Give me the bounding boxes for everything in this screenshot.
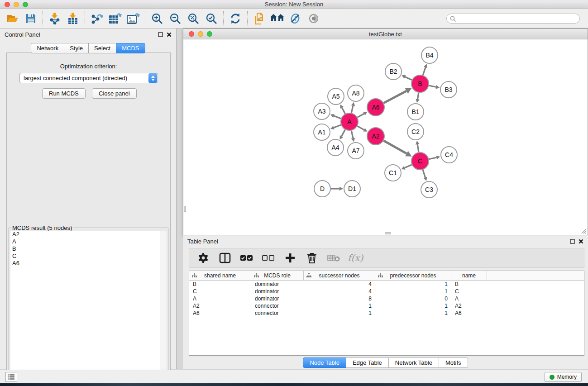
edge-A-A3[interactable] [334, 116, 341, 119]
table-header-row[interactable]: shared nameMCDS rolesuccessor nodesprede… [189, 271, 584, 281]
tab-edge-table[interactable]: Edge Table [346, 357, 389, 368]
result-item[interactable]: B [10, 245, 160, 253]
table-cell[interactable]: A [189, 295, 251, 302]
tab-network[interactable]: Network [31, 43, 64, 53]
canvas-vertical-scroll-thumb[interactable] [184, 206, 186, 212]
open-file-icon[interactable] [4, 11, 22, 26]
maximize-window-icon[interactable] [23, 2, 28, 7]
graph-node-B2[interactable]: B2 [385, 63, 402, 80]
close-panel-icon[interactable] [167, 32, 172, 37]
table-cell[interactable]: A [451, 295, 487, 302]
edge-A-A4[interactable] [342, 130, 345, 137]
graph-node-C2[interactable]: C2 [407, 124, 424, 140]
minimize-network-window-icon[interactable] [198, 31, 203, 37]
network-canvas[interactable]: B4B2BB3B1A5A8A6A3AA1A2C2A4A7C4CC1C3DD1 [183, 39, 588, 235]
toggle-graphics-details-icon[interactable] [287, 11, 305, 26]
network-graph[interactable]: B4B2BB3B1A5A8A6A3AA1A2C2A4A7C4CC1C3DD1 [183, 39, 588, 235]
table-cell[interactable]: 1 [375, 302, 451, 310]
graph-node-C4[interactable]: C4 [441, 147, 457, 163]
search-box[interactable] [446, 14, 580, 24]
edge-A-A2[interactable] [358, 126, 364, 130]
graph-node-C3[interactable]: C3 [421, 181, 437, 198]
edge-B-B4[interactable] [423, 67, 425, 75]
trash-icon[interactable] [304, 250, 320, 266]
clone-network-icon[interactable] [250, 11, 268, 26]
select-all-icon[interactable] [239, 250, 254, 266]
task-history-button[interactable] [5, 372, 17, 382]
edge-A-A8[interactable] [351, 106, 353, 113]
table-row[interactable]: Bdominator41B [189, 281, 584, 288]
resize-grip-icon[interactable] [580, 228, 587, 234]
zoom-fit-icon[interactable] [184, 11, 202, 26]
export-image-icon[interactable] [124, 11, 142, 26]
graph-node-C[interactable]: C [411, 152, 429, 170]
export-table-icon[interactable] [106, 11, 124, 26]
graph-node-D[interactable]: D [314, 181, 330, 197]
table-cell[interactable]: A2 [451, 302, 487, 310]
column-header-name[interactable]: name [451, 271, 487, 280]
result-item[interactable]: A6 [10, 260, 160, 267]
maximize-network-window-icon[interactable] [207, 31, 212, 37]
column-header-MCDS-role[interactable]: MCDS role [251, 271, 304, 280]
node-table[interactable]: shared nameMCDS rolesuccessor nodesprede… [189, 271, 584, 356]
close-panel-button[interactable]: Close panel [92, 88, 137, 99]
close-window-icon[interactable] [5, 2, 10, 7]
edge-C-C1[interactable] [405, 165, 412, 168]
table-cell[interactable]: 8 [304, 295, 375, 302]
import-table-icon[interactable] [64, 11, 82, 26]
result-item[interactable]: A2 [10, 231, 160, 238]
graph-node-A1[interactable]: A1 [314, 124, 330, 140]
table-cell[interactable]: C [451, 288, 487, 295]
table-cell[interactable]: A6 [451, 310, 487, 317]
save-session-icon[interactable] [22, 11, 40, 26]
edge-C-C3[interactable] [423, 170, 425, 177]
edge-A2-C[interactable] [383, 141, 406, 154]
float-table-panel-icon[interactable] [570, 239, 575, 244]
graph-node-A4[interactable]: A4 [327, 139, 344, 156]
network-window-title-bar[interactable]: testGlobe.txt [183, 29, 588, 39]
memory-button[interactable]: Memory [545, 372, 582, 382]
result-scrollbar[interactable] [160, 231, 167, 380]
tab-style[interactable]: Style [64, 43, 89, 53]
zoom-selected-icon[interactable] [202, 11, 220, 26]
edge-A-A5[interactable] [342, 108, 345, 114]
tab-node-table[interactable]: Node Table [303, 357, 346, 368]
minimize-window-icon[interactable] [14, 2, 19, 7]
table-cell[interactable]: dominator [251, 288, 304, 295]
close-table-panel-icon[interactable] [578, 239, 583, 244]
delete-table-icon[interactable] [326, 250, 341, 266]
table-cell[interactable]: 0 [375, 295, 451, 302]
criterion-select[interactable]: largest connected component (directed) [19, 73, 158, 83]
mcds-result-list[interactable]: A2ABCA6 [10, 231, 160, 380]
edge-C-C2[interactable] [417, 144, 419, 152]
table-cell[interactable]: C [189, 288, 251, 295]
search-input[interactable] [446, 14, 580, 24]
table-row[interactable]: A6connector11A6 [189, 310, 584, 317]
graph-node-B3[interactable]: B3 [440, 81, 457, 98]
graph-node-A7[interactable]: A7 [348, 143, 364, 159]
table-row[interactable]: A2connector11A2 [189, 302, 584, 310]
table-cell[interactable]: connector [251, 310, 304, 317]
zoom-in-icon[interactable] [148, 11, 166, 26]
window-controls[interactable] [0, 0, 28, 9]
table-cell[interactable]: 1 [304, 302, 375, 310]
deselect-all-icon[interactable] [261, 250, 276, 266]
edge-A-A1[interactable] [334, 125, 341, 128]
home-view-icon[interactable] [268, 11, 287, 26]
result-item[interactable]: C [10, 253, 160, 260]
gear-icon[interactable] [196, 250, 211, 266]
table-cell[interactable]: B [189, 281, 251, 288]
edge-B-B1[interactable] [418, 93, 419, 99]
table-cell[interactable]: 1 [375, 288, 451, 295]
graph-node-A[interactable]: A [341, 113, 358, 130]
table-cell[interactable]: 4 [304, 288, 375, 295]
table-cell[interactable]: A2 [189, 302, 251, 310]
column-header-predecessor-nodes[interactable]: predecessor nodes [375, 271, 451, 280]
edge-B-B2[interactable] [405, 77, 412, 80]
refresh-icon[interactable] [226, 11, 244, 26]
eye-icon[interactable] [305, 11, 323, 26]
float-panel-icon[interactable] [158, 32, 163, 37]
table-cell[interactable]: 1 [375, 281, 451, 288]
table-cell[interactable]: A6 [189, 310, 251, 317]
table-cell[interactable]: 1 [375, 310, 451, 317]
